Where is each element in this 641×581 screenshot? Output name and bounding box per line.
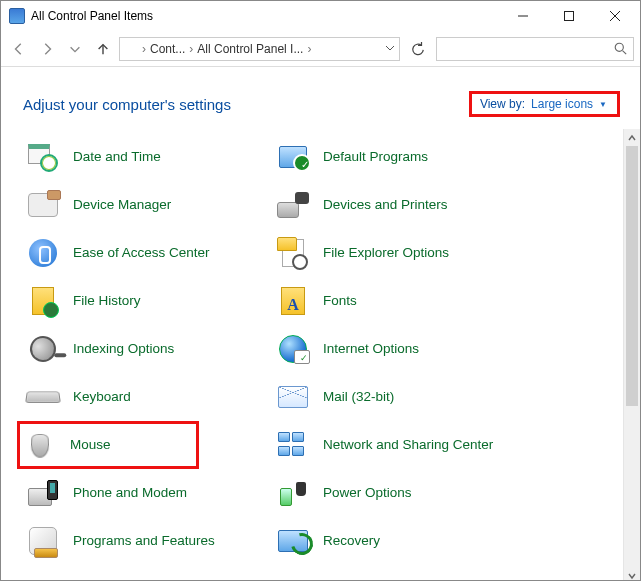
item-label: Default Programs: [323, 149, 428, 165]
window-title: All Control Panel Items: [31, 9, 500, 23]
back-button[interactable]: [7, 37, 31, 61]
item-device-manager[interactable]: Device Manager: [21, 181, 271, 229]
item-fonts[interactable]: A Fonts: [271, 277, 591, 325]
breadcrumb-seg-2[interactable]: All Control Panel I...: [197, 42, 303, 56]
items-grid: Date and Time Default Programs Device Ma…: [21, 133, 640, 565]
forward-button[interactable]: [35, 37, 59, 61]
scroll-down-button[interactable]: [624, 567, 640, 581]
devices-printers-icon: [275, 187, 311, 223]
item-label: Power Options: [323, 485, 412, 501]
content-area: Date and Time Default Programs Device Ma…: [1, 129, 640, 581]
item-label: Date and Time: [73, 149, 161, 165]
item-label: Device Manager: [73, 197, 171, 213]
fonts-icon: A: [275, 283, 311, 319]
control-panel-icon: [9, 8, 25, 24]
item-label: Recovery: [323, 533, 380, 549]
item-ease-of-access-center[interactable]: Ease of Access Center: [21, 229, 271, 277]
view-by-selector[interactable]: View by: Large icons ▼: [469, 91, 620, 117]
item-date-and-time[interactable]: Date and Time: [21, 133, 271, 181]
power-options-icon: [275, 475, 311, 511]
scroll-thumb[interactable]: [626, 146, 638, 406]
item-label: Keyboard: [73, 389, 131, 405]
window-buttons: [500, 1, 638, 31]
internet-options-icon: [275, 331, 311, 367]
path-icon: [124, 42, 138, 56]
item-label: Devices and Printers: [323, 197, 448, 213]
phone-modem-icon: [25, 475, 61, 511]
item-default-programs[interactable]: Default Programs: [271, 133, 591, 181]
svg-line-6: [623, 51, 627, 55]
ease-of-access-icon: [25, 235, 61, 271]
chevron-icon: ›: [189, 42, 193, 56]
item-devices-and-printers[interactable]: Devices and Printers: [271, 181, 591, 229]
breadcrumb-seg-1[interactable]: Cont...: [150, 42, 185, 56]
chevron-icon: ›: [142, 42, 146, 56]
scrollbar[interactable]: [623, 129, 640, 581]
navbar: › Cont... › All Control Panel I... ›: [1, 31, 640, 67]
clock-icon: [25, 139, 61, 175]
item-network-and-sharing-center[interactable]: Network and Sharing Center: [271, 421, 591, 469]
mouse-icon: [22, 427, 58, 463]
item-label: Ease of Access Center: [73, 245, 210, 261]
minimize-button[interactable]: [500, 1, 546, 31]
item-file-explorer-options[interactable]: File Explorer Options: [271, 229, 591, 277]
network-sharing-icon: [275, 427, 311, 463]
content-header: Adjust your computer's settings View by:…: [1, 67, 640, 129]
page-title: Adjust your computer's settings: [23, 96, 469, 113]
view-by-value: Large icons: [531, 97, 593, 111]
item-internet-options[interactable]: Internet Options: [271, 325, 591, 373]
item-label: Programs and Features: [73, 533, 215, 549]
programs-features-icon: [25, 523, 61, 559]
titlebar: All Control Panel Items: [1, 1, 640, 31]
item-label: Fonts: [323, 293, 357, 309]
item-mail[interactable]: Mail (32-bit): [271, 373, 591, 421]
file-history-icon: [25, 283, 61, 319]
item-label: Mouse: [70, 437, 111, 453]
refresh-button[interactable]: [404, 37, 432, 61]
item-label: File History: [73, 293, 141, 309]
item-programs-and-features[interactable]: Programs and Features: [21, 517, 271, 565]
default-programs-icon: [275, 139, 311, 175]
maximize-button[interactable]: [546, 1, 592, 31]
svg-point-5: [615, 43, 623, 51]
item-label: File Explorer Options: [323, 245, 449, 261]
up-button[interactable]: [91, 37, 115, 61]
address-bar[interactable]: › Cont... › All Control Panel I... ›: [119, 37, 400, 61]
indexing-icon: [25, 331, 61, 367]
path-dropdown-button[interactable]: [385, 42, 395, 56]
caret-down-icon: ▼: [599, 100, 607, 109]
item-label: Phone and Modem: [73, 485, 187, 501]
recovery-icon: [275, 523, 311, 559]
item-keyboard[interactable]: Keyboard: [21, 373, 271, 421]
item-label: Internet Options: [323, 341, 419, 357]
keyboard-icon: [25, 379, 61, 415]
mail-icon: [275, 379, 311, 415]
scroll-up-button[interactable]: [624, 129, 640, 146]
chevron-icon: ›: [307, 42, 311, 56]
item-recovery[interactable]: Recovery: [271, 517, 591, 565]
svg-rect-1: [565, 12, 574, 21]
search-input[interactable]: [436, 37, 634, 61]
item-power-options[interactable]: Power Options: [271, 469, 591, 517]
item-label: Network and Sharing Center: [323, 437, 493, 453]
view-by-label: View by:: [480, 97, 525, 111]
close-button[interactable]: [592, 1, 638, 31]
recent-locations-button[interactable]: [63, 37, 87, 61]
item-indexing-options[interactable]: Indexing Options: [21, 325, 271, 373]
search-icon: [614, 42, 627, 55]
item-label: Mail (32-bit): [323, 389, 394, 405]
device-manager-icon: [25, 187, 61, 223]
item-phone-and-modem[interactable]: Phone and Modem: [21, 469, 271, 517]
item-mouse[interactable]: Mouse: [17, 421, 199, 469]
item-label: Indexing Options: [73, 341, 174, 357]
file-explorer-options-icon: [275, 235, 311, 271]
item-file-history[interactable]: File History: [21, 277, 271, 325]
